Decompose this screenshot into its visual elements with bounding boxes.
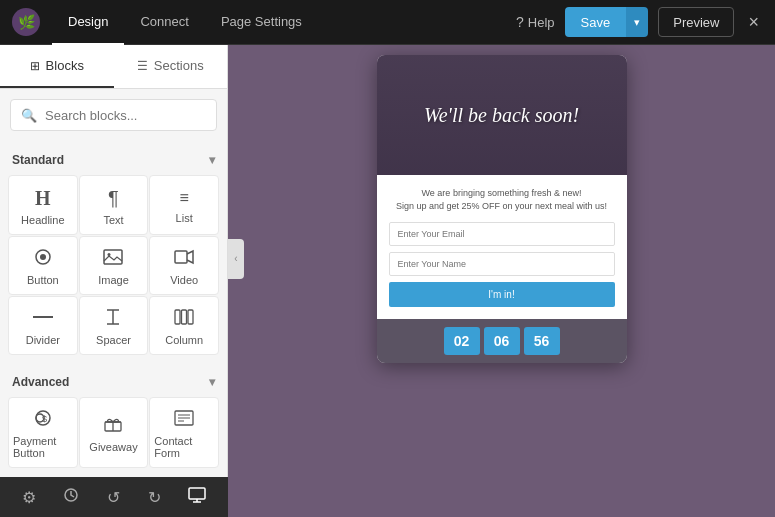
countdown-hours: 02 <box>444 327 480 355</box>
top-nav: 🌿 Design Connect Page Settings ? Help Sa… <box>0 0 775 45</box>
phone-cta-button[interactable]: I'm in! <box>389 282 615 307</box>
block-column[interactable]: Column <box>149 296 219 355</box>
countdown-minutes: 06 <box>484 327 520 355</box>
tab-sections[interactable]: ☰ Sections <box>114 45 228 88</box>
nav-tab-page-settings[interactable]: Page Settings <box>205 0 318 45</box>
search-input-wrap: 🔍 <box>10 99 217 131</box>
save-dropdown-button[interactable]: ▾ <box>626 7 648 37</box>
svg-rect-10 <box>182 310 187 324</box>
desktop-icon[interactable] <box>184 483 210 511</box>
button-icon <box>33 249 53 268</box>
left-panel: ⊞ Blocks ☰ Sections 🔍 Standard ▾ <box>0 45 228 517</box>
sections-icon: ☰ <box>137 59 148 73</box>
svg-rect-9 <box>175 310 180 324</box>
standard-blocks-grid: H Headline ¶ Text ≡ List Button <box>0 175 227 363</box>
block-giveaway[interactable]: Giveaway <box>79 397 149 468</box>
panel-tabs: ⊞ Blocks ☰ Sections <box>0 45 227 89</box>
list-icon: ≡ <box>179 190 188 206</box>
advanced-blocks-grid: $ Payment Button Giveaway Contact Form <box>0 397 227 476</box>
svg-rect-11 <box>188 310 193 324</box>
undo-icon[interactable]: ↺ <box>103 484 124 511</box>
contact-form-icon <box>174 410 194 429</box>
blocks-scroll: Standard ▾ H Headline ¶ Text ≡ List <box>0 141 227 517</box>
phone-countdown: 02 06 56 <box>377 319 627 363</box>
collapse-handle[interactable]: ‹ <box>228 239 244 279</box>
phone-hero: We'll be back soon! <box>377 55 627 175</box>
nav-tab-design[interactable]: Design <box>52 0 124 45</box>
blocks-icon: ⊞ <box>30 59 40 73</box>
section-header-standard: Standard ▾ <box>0 141 227 175</box>
close-button[interactable]: × <box>744 12 763 33</box>
logo-icon: 🌿 <box>12 8 40 36</box>
text-icon: ¶ <box>108 188 119 208</box>
block-text[interactable]: ¶ Text <box>79 175 149 235</box>
countdown-seconds: 56 <box>524 327 560 355</box>
save-group: Save ▾ <box>565 7 649 37</box>
phone-body: We are bringing something fresh & new! S… <box>377 175 627 319</box>
block-contact-form[interactable]: Contact Form <box>149 397 219 468</box>
search-input[interactable] <box>45 108 206 123</box>
svg-point-1 <box>40 254 46 260</box>
chevron-down-icon-2[interactable]: ▾ <box>209 375 215 389</box>
svg-rect-4 <box>175 251 187 263</box>
phone-frame: We'll be back soon! We are bringing some… <box>377 55 627 363</box>
headline-icon: H <box>35 188 51 208</box>
history-icon[interactable] <box>59 483 83 511</box>
phone-email-input[interactable] <box>389 222 615 246</box>
block-headline[interactable]: H Headline <box>8 175 78 235</box>
divider-icon <box>33 309 53 328</box>
block-video[interactable]: Video <box>149 236 219 295</box>
svg-text:$: $ <box>42 414 47 424</box>
phone-subtitle: We are bringing something fresh & new! S… <box>389 187 615 212</box>
svg-rect-23 <box>189 488 205 499</box>
main-layout: ⊞ Blocks ☰ Sections 🔍 Standard ▾ <box>0 45 775 517</box>
redo-icon[interactable]: ↻ <box>144 484 165 511</box>
block-button[interactable]: Button <box>8 236 78 295</box>
phone-name-input[interactable] <box>389 252 615 276</box>
help-button[interactable]: ? Help <box>516 14 555 30</box>
column-icon <box>174 309 194 328</box>
bottom-toolbar: ⚙ ↺ ↻ <box>0 477 228 517</box>
tab-blocks[interactable]: ⊞ Blocks <box>0 45 114 88</box>
preview-button[interactable]: Preview <box>658 7 734 37</box>
nav-right: ? Help Save ▾ Preview × <box>516 7 763 37</box>
nav-tab-connect[interactable]: Connect <box>124 0 204 45</box>
block-list[interactable]: ≡ List <box>149 175 219 235</box>
image-icon <box>103 249 123 268</box>
block-image[interactable]: Image <box>79 236 149 295</box>
video-icon <box>174 249 194 268</box>
block-spacer[interactable]: Spacer <box>79 296 149 355</box>
giveaway-icon <box>103 416 123 435</box>
chevron-down-icon[interactable]: ▾ <box>209 153 215 167</box>
search-icon: 🔍 <box>21 108 37 123</box>
section-header-advanced: Advanced ▾ <box>0 363 227 397</box>
block-divider[interactable]: Divider <box>8 296 78 355</box>
save-button[interactable]: Save <box>565 7 627 37</box>
nav-tabs: Design Connect Page Settings <box>52 0 318 45</box>
spacer-icon <box>103 309 123 328</box>
payment-icon: $ <box>33 410 53 429</box>
block-payment-button[interactable]: $ Payment Button <box>8 397 78 468</box>
canvas-area: We'll be back soon! We are bringing some… <box>228 45 775 517</box>
search-container: 🔍 <box>0 89 227 141</box>
settings-icon[interactable]: ⚙ <box>18 484 40 511</box>
phone-hero-title: We'll be back soon! <box>424 102 579 128</box>
svg-rect-2 <box>104 250 122 264</box>
